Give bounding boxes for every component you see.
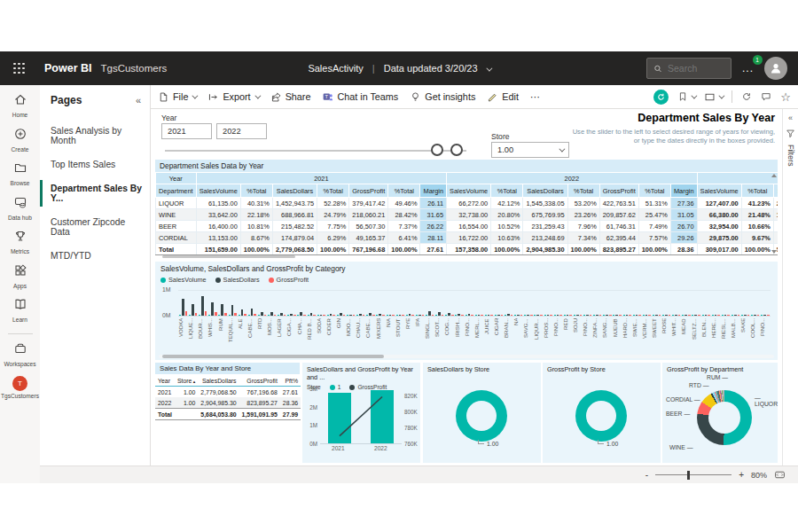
zoom-slider-thumb[interactable] [687,471,690,480]
bar-group-n/a[interactable] [386,315,395,316]
toolbar-more-button[interactable]: ⋯ [530,91,540,103]
bar-group-here[interactable] [711,315,721,316]
category-chart-scrollbar-thumb[interactable] [162,355,384,358]
bar-group-sake[interactable] [740,315,750,316]
matrix-col-header[interactable]: SalesDollars [523,184,567,198]
comments-button[interactable] [761,91,771,102]
grossprofit-by-department-donut[interactable]: GrossProfit by Department — LIQUORWINE —… [662,363,778,463]
matrix-col-header[interactable]: Margin [670,184,697,198]
bar-group-pino[interactable] [583,315,592,316]
nav-item-home[interactable]: Home [0,92,40,119]
bar-group-cabe[interactable] [365,313,375,316]
bar-group-savg[interactable] [523,315,533,316]
page-item-department-sales-by-y-[interactable]: Department Sales By Y... [40,176,150,210]
bar-group-whis[interactable] [207,302,217,316]
matrix-row-beer[interactable]: BEER16,400.0010.81%215,482.527.75%56,507… [156,221,778,232]
matrix-col-header[interactable]: %Total [388,184,420,198]
nav-item-browse[interactable]: Browse [0,160,40,187]
bar-group-juice[interactable] [484,315,494,316]
matrix-col-header[interactable]: Margin [420,184,447,198]
share-button[interactable]: Share [270,91,311,103]
fit-to-page-icon[interactable] [774,469,786,481]
matrix-scroll-up-icon[interactable] [771,174,777,177]
department-sales-matrix-visual[interactable]: Department Sales Data by Year Year202120… [155,160,778,259]
bar-group-bran[interactable] [504,314,513,316]
bar-group-cabe[interactable] [247,309,257,316]
bar-group-rtd[interactable] [257,312,267,317]
bar-group-vodka[interactable] [178,299,188,316]
matrix-col-header[interactable]: GrossProfit [349,184,388,198]
bar-group-tequil[interactable] [228,305,238,316]
page-item-sales-analysis-by-month[interactable]: Sales Analysis by Month [40,119,150,153]
matrix-col-header[interactable]: %Total [638,184,670,198]
bar-group-pino[interactable] [465,314,474,316]
bar-group-whit[interactable] [671,315,681,316]
bar-group-mos[interactable] [267,312,277,316]
file-menu-button[interactable]: File [158,91,196,103]
bar-group-mixers[interactable] [376,314,386,316]
matrix-col-header[interactable]: SalesVolume [196,184,240,198]
year-slider-handle-right[interactable] [450,144,463,156]
bar-group-rum[interactable] [218,304,228,316]
ys-col-header-pft[interactable]: Pft% [280,376,301,387]
bar-group-gin[interactable] [336,313,346,316]
bar-group-scot[interactable] [434,312,444,316]
report-name[interactable]: SalesActivity [308,63,363,74]
edit-button[interactable]: Edit [487,91,519,103]
bar-group-redb[interactable] [307,313,317,316]
year-range-slider-track[interactable] [165,150,466,152]
matrix-scroll-down-icon[interactable] [771,250,777,254]
bar-group-ipa[interactable] [415,315,425,316]
favorite-star-icon[interactable]: ☆ [780,91,791,103]
bar-group-lique[interactable] [188,304,198,316]
grossprofit-by-store-donut[interactable]: GrossProfit by Store 1.00 [543,363,661,463]
chevron-down-icon[interactable] [486,66,492,72]
bar-group-singl[interactable] [425,311,434,316]
matrix-col-header[interactable]: %Total [317,184,349,198]
matrix-col-header[interactable]: %Total [240,184,272,198]
bar-group-soda[interactable] [317,315,326,316]
bar-group-cool[interactable] [750,315,760,316]
bar-group-cigar[interactable] [494,315,504,316]
bookmarks-button[interactable] [677,91,695,102]
ys-col-header-grossprofit[interactable]: GrossProfit [239,376,280,387]
matrix-row-liquor[interactable]: LIQUOR61,135.0040.31%1,452,943.7552.28%3… [156,198,778,209]
bar-group-swie[interactable] [632,315,642,316]
app-launcher-icon[interactable] [13,63,25,74]
bar-group-liqur[interactable] [534,315,544,316]
nav-item-metrics[interactable]: Metrics [0,229,40,255]
nav-item-apps[interactable]: Apps [0,263,40,290]
ys-col-header-store[interactable]: Store ▴ [175,376,198,387]
bar-group-ale[interactable] [238,309,247,316]
ys-row-2021[interactable]: 20211.002,779,068.50767,196.6827.61 [155,387,301,398]
expand-filters-icon[interactable]: « [788,113,793,122]
combo-chart-visual[interactable]: SalesDollars and GrossProfit by Year and… [302,363,420,463]
matrix-col-header[interactable]: SalesVolume [447,184,491,198]
nav-item-learn[interactable]: Learn [0,297,40,324]
bar-group-blen[interactable] [701,315,711,316]
bar-group-moo[interactable] [346,315,356,316]
bar-group-merl[interactable] [474,315,484,316]
chat-in-teams-button[interactable]: T Chat in Teams [322,91,398,103]
bar-group-sweet[interactable] [652,315,661,316]
matrix-col-header[interactable]: GrossProfit [599,184,638,198]
matrix-horizontal-scrollbar[interactable] [162,255,295,258]
ys-col-header-salesdollars[interactable]: SalesDollars [198,376,239,387]
bar-group-pino[interactable] [760,315,770,316]
bar-group-lager[interactable] [277,313,286,316]
salesdollars-by-store-donut[interactable]: SalesDollars by Store 1.00 [423,363,541,463]
zoom-slider[interactable] [655,474,732,476]
matrix-group-header-2021[interactable]: 2021 [196,173,446,184]
workspace-name[interactable]: TgsCustomers [101,63,168,74]
matrix-row-cordial[interactable]: CORDIAL13,153.008.67%174,879.046.29%49,1… [156,232,778,244]
bar-group-pino[interactable] [553,315,563,316]
bar-group-rose[interactable] [661,315,671,316]
zoom-in-button[interactable]: + [739,470,744,480]
bar-group-sang[interactable] [602,315,612,316]
bar-group-hard[interactable] [622,315,632,316]
page-item-mtd-ytd[interactable]: MTD/YTD [40,244,150,268]
matrix-total-row[interactable]: Total151,659.00100.00%2,779,068.50100.00… [156,244,778,255]
matrix-col-header[interactable]: %Total [491,184,523,198]
bar-group-mjeub[interactable] [613,315,622,316]
legend-salesdollars[interactable]: SalesDollars [215,276,260,284]
